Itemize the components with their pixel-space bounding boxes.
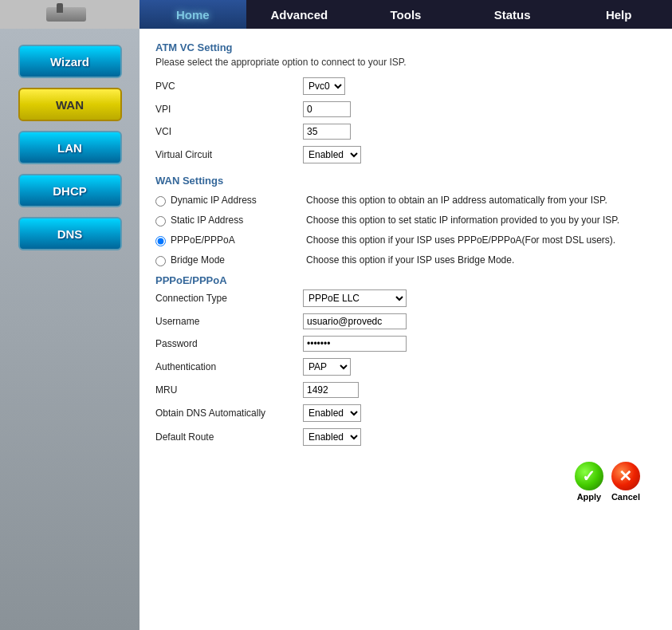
mru-row: MRU: [155, 382, 656, 398]
default-route-select[interactable]: Enabled Disabled: [303, 428, 361, 446]
pvc-label: PVC: [155, 81, 303, 92]
vpi-label: VPI: [155, 104, 303, 115]
atm-section-desc: Please select the appropriate option to …: [155, 57, 656, 68]
radio-dynamic-label[interactable]: Dynamic IP Address: [171, 195, 306, 206]
atm-section-title: ATM VC Setting: [155, 41, 656, 53]
obtain-dns-row: Obtain DNS Automatically Enabled Disable…: [155, 404, 656, 422]
top-navigation: Home Advanced Tools Status Help: [0, 0, 672, 29]
nav-tab-home[interactable]: Home: [140, 0, 246, 29]
apply-icon: ✓: [575, 462, 603, 490]
cancel-button[interactable]: ✕ Cancel: [611, 462, 640, 502]
logo-area: [0, 0, 140, 29]
wan-section-title: WAN Settings: [155, 175, 656, 187]
sidebar-btn-wan[interactable]: WAN: [18, 88, 122, 121]
vci-label: VCI: [155, 126, 303, 137]
username-label: Username: [155, 316, 303, 327]
radio-pppoe-desc: Choose this option if your ISP uses PPPo…: [306, 234, 656, 246]
router-icon: [42, 3, 98, 26]
nav-tabs: Home Advanced Tools Status Help: [140, 0, 672, 29]
nav-tab-help[interactable]: Help: [565, 0, 672, 29]
cancel-label: Cancel: [611, 492, 640, 502]
apply-button[interactable]: ✓ Apply: [575, 462, 603, 502]
connection-type-label: Connection Type: [155, 293, 303, 304]
radio-row-bridge: Bridge Mode Choose this option if your I…: [155, 254, 656, 266]
authentication-select[interactable]: PAP CHAP Auto: [303, 358, 351, 376]
apply-label: Apply: [577, 492, 602, 502]
authentication-row: Authentication PAP CHAP Auto: [155, 358, 656, 376]
sidebar-btn-lan[interactable]: LAN: [18, 131, 122, 164]
mru-label: MRU: [155, 384, 303, 396]
default-route-label: Default Route: [155, 431, 303, 443]
radio-pppoe-label[interactable]: PPPoE/PPPoA: [171, 234, 306, 246]
cancel-icon: ✕: [611, 462, 640, 490]
nav-tab-tools[interactable]: Tools: [352, 0, 459, 29]
username-row: Username: [155, 313, 656, 329]
pvc-select[interactable]: Pvc0 Pvc1 Pvc2 Pvc3: [303, 77, 345, 95]
bottom-buttons: ✓ Apply ✕ Cancel: [155, 452, 656, 508]
nav-tab-advanced[interactable]: Advanced: [246, 0, 353, 29]
pppoe-section-title: PPPoE/PPPoA: [155, 274, 656, 286]
obtain-dns-label: Obtain DNS Automatically: [155, 408, 303, 419]
radio-row-dynamic: Dynamic IP Address Choose this option to…: [155, 195, 656, 207]
radio-row-pppoe: PPPoE/PPPoA Choose this option if your I…: [155, 234, 656, 246]
radio-row-static: Static IP Address Choose this option to …: [155, 215, 656, 226]
vci-row: VCI: [155, 124, 656, 140]
virtual-circuit-label: Virtual Circuit: [155, 149, 303, 160]
radio-dynamic[interactable]: [155, 196, 166, 207]
password-label: Password: [155, 338, 303, 349]
radio-bridge[interactable]: [155, 256, 166, 266]
radio-dynamic-desc: Choose this option to obtain an IP addre…: [306, 195, 656, 206]
virtual-circuit-select[interactable]: Enabled Disabled: [303, 146, 361, 163]
wan-radio-section: Dynamic IP Address Choose this option to…: [155, 195, 656, 266]
password-input[interactable]: [303, 336, 407, 352]
connection-type-select[interactable]: PPPoE LLC PPPoE VC-Mux PPPoA LLC PPPoA V…: [303, 289, 407, 307]
obtain-dns-select[interactable]: Enabled Disabled: [303, 404, 361, 422]
vpi-row: VPI: [155, 101, 656, 117]
authentication-label: Authentication: [155, 361, 303, 372]
sidebar-btn-dhcp[interactable]: DHCP: [18, 174, 122, 207]
content-area: ATM VC Setting Please select the appropr…: [140, 29, 672, 630]
main-container: Wizard WAN LAN DHCP DNS ATM VC Setting P…: [0, 29, 672, 630]
radio-static[interactable]: [155, 216, 166, 226]
password-row: Password: [155, 336, 656, 352]
vpi-input[interactable]: [303, 101, 351, 117]
connection-type-row: Connection Type PPPoE LLC PPPoE VC-Mux P…: [155, 289, 656, 307]
mru-input[interactable]: [303, 382, 359, 398]
radio-bridge-label[interactable]: Bridge Mode: [171, 254, 306, 266]
sidebar: Wizard WAN LAN DHCP DNS: [0, 29, 140, 630]
radio-bridge-desc: Choose this option if your ISP uses Brid…: [306, 254, 656, 266]
radio-pppoe[interactable]: [155, 236, 166, 246]
username-input[interactable]: [303, 313, 407, 329]
nav-tab-status[interactable]: Status: [459, 0, 566, 29]
radio-static-desc: Choose this option to set static IP info…: [306, 215, 656, 226]
sidebar-btn-dns[interactable]: DNS: [18, 217, 122, 250]
pvc-row: PVC Pvc0 Pvc1 Pvc2 Pvc3: [155, 77, 656, 95]
default-route-row: Default Route Enabled Disabled: [155, 428, 656, 446]
virtual-circuit-row: Virtual Circuit Enabled Disabled: [155, 146, 656, 163]
sidebar-btn-wizard[interactable]: Wizard: [18, 45, 122, 78]
radio-static-label[interactable]: Static IP Address: [171, 215, 306, 226]
vci-input[interactable]: [303, 124, 351, 140]
